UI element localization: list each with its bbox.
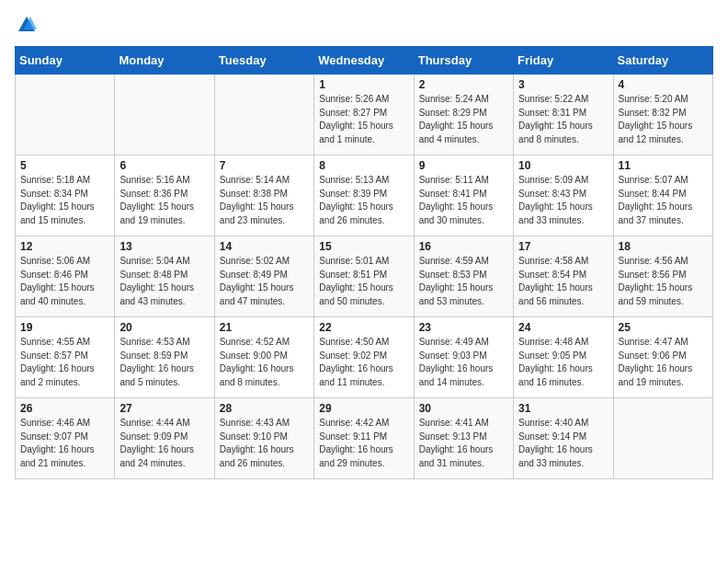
day-number: 30 bbox=[419, 402, 508, 415]
calendar-cell: 15Sunrise: 5:01 AM Sunset: 8:51 PM Dayli… bbox=[314, 236, 414, 317]
day-info: Sunrise: 5:04 AM Sunset: 8:48 PM Dayligh… bbox=[119, 255, 209, 308]
day-number: 25 bbox=[619, 321, 708, 334]
calendar-cell: 30Sunrise: 4:41 AM Sunset: 9:13 PM Dayli… bbox=[414, 398, 513, 479]
week-row-4: 19Sunrise: 4:55 AM Sunset: 8:57 PM Dayli… bbox=[16, 317, 713, 398]
day-number: 17 bbox=[518, 240, 608, 253]
calendar-cell bbox=[16, 75, 115, 155]
day-number: 7 bbox=[220, 159, 309, 172]
day-info: Sunrise: 4:44 AM Sunset: 9:09 PM Dayligh… bbox=[119, 417, 209, 470]
day-info: Sunrise: 5:26 AM Sunset: 8:27 PM Dayligh… bbox=[319, 93, 408, 146]
logo bbox=[15, 15, 37, 35]
calendar-cell: 12Sunrise: 5:06 AM Sunset: 8:46 PM Dayli… bbox=[16, 236, 115, 317]
day-info: Sunrise: 4:46 AM Sunset: 9:07 PM Dayligh… bbox=[20, 417, 109, 470]
week-row-5: 26Sunrise: 4:46 AM Sunset: 9:07 PM Dayli… bbox=[16, 398, 713, 479]
calendar-cell: 13Sunrise: 5:04 AM Sunset: 8:48 PM Dayli… bbox=[115, 236, 214, 317]
calendar-cell: 11Sunrise: 5:07 AM Sunset: 8:44 PM Dayli… bbox=[613, 155, 712, 236]
day-number: 14 bbox=[220, 240, 309, 253]
day-number: 1 bbox=[319, 78, 408, 91]
day-info: Sunrise: 5:24 AM Sunset: 8:29 PM Dayligh… bbox=[419, 93, 508, 146]
calendar-header-row: SundayMondayTuesdayWednesdayThursdayFrid… bbox=[16, 47, 713, 75]
day-number: 29 bbox=[319, 402, 408, 415]
calendar-table: SundayMondayTuesdayWednesdayThursdayFrid… bbox=[15, 46, 713, 479]
calendar-cell: 29Sunrise: 4:42 AM Sunset: 9:11 PM Dayli… bbox=[314, 398, 414, 479]
page-header bbox=[15, 15, 713, 35]
day-info: Sunrise: 5:09 AM Sunset: 8:43 PM Dayligh… bbox=[518, 174, 608, 227]
calendar-cell: 16Sunrise: 4:59 AM Sunset: 8:53 PM Dayli… bbox=[414, 236, 513, 317]
calendar-cell: 19Sunrise: 4:55 AM Sunset: 8:57 PM Dayli… bbox=[16, 317, 115, 398]
day-number: 13 bbox=[119, 240, 209, 253]
day-number: 20 bbox=[119, 321, 209, 334]
week-row-1: 1Sunrise: 5:26 AM Sunset: 8:27 PM Daylig… bbox=[16, 75, 713, 155]
day-info: Sunrise: 4:56 AM Sunset: 8:56 PM Dayligh… bbox=[619, 255, 708, 308]
calendar-cell bbox=[214, 75, 313, 155]
day-info: Sunrise: 5:16 AM Sunset: 8:36 PM Dayligh… bbox=[119, 174, 209, 227]
column-header-thursday: Thursday bbox=[414, 47, 513, 75]
calendar-cell: 1Sunrise: 5:26 AM Sunset: 8:27 PM Daylig… bbox=[314, 75, 414, 155]
column-header-tuesday: Tuesday bbox=[214, 47, 313, 75]
calendar-cell: 3Sunrise: 5:22 AM Sunset: 8:31 PM Daylig… bbox=[514, 75, 613, 155]
day-info: Sunrise: 4:41 AM Sunset: 9:13 PM Dayligh… bbox=[419, 417, 508, 470]
day-number: 12 bbox=[20, 240, 109, 253]
column-header-sunday: Sunday bbox=[16, 47, 115, 75]
day-info: Sunrise: 5:14 AM Sunset: 8:38 PM Dayligh… bbox=[220, 174, 309, 227]
calendar-cell: 8Sunrise: 5:13 AM Sunset: 8:39 PM Daylig… bbox=[314, 155, 414, 236]
day-info: Sunrise: 4:43 AM Sunset: 9:10 PM Dayligh… bbox=[220, 417, 309, 470]
day-info: Sunrise: 4:47 AM Sunset: 9:06 PM Dayligh… bbox=[619, 336, 708, 389]
day-info: Sunrise: 5:06 AM Sunset: 8:46 PM Dayligh… bbox=[20, 255, 109, 308]
calendar-cell: 14Sunrise: 5:02 AM Sunset: 8:49 PM Dayli… bbox=[214, 236, 313, 317]
day-number: 22 bbox=[319, 321, 408, 334]
week-row-3: 12Sunrise: 5:06 AM Sunset: 8:46 PM Dayli… bbox=[16, 236, 713, 317]
day-info: Sunrise: 4:58 AM Sunset: 8:54 PM Dayligh… bbox=[518, 255, 608, 308]
calendar-cell: 25Sunrise: 4:47 AM Sunset: 9:06 PM Dayli… bbox=[613, 317, 712, 398]
day-info: Sunrise: 4:40 AM Sunset: 9:14 PM Dayligh… bbox=[518, 417, 608, 470]
day-number: 10 bbox=[518, 159, 608, 172]
column-header-friday: Friday bbox=[514, 47, 613, 75]
day-info: Sunrise: 5:22 AM Sunset: 8:31 PM Dayligh… bbox=[518, 93, 608, 146]
week-row-2: 5Sunrise: 5:18 AM Sunset: 8:34 PM Daylig… bbox=[16, 155, 713, 236]
calendar-cell: 7Sunrise: 5:14 AM Sunset: 8:38 PM Daylig… bbox=[214, 155, 313, 236]
day-info: Sunrise: 4:52 AM Sunset: 9:00 PM Dayligh… bbox=[220, 336, 309, 389]
calendar-cell bbox=[613, 398, 712, 479]
day-number: 24 bbox=[518, 321, 608, 334]
calendar-cell: 2Sunrise: 5:24 AM Sunset: 8:29 PM Daylig… bbox=[414, 75, 513, 155]
day-number: 5 bbox=[20, 159, 109, 172]
calendar-cell: 4Sunrise: 5:20 AM Sunset: 8:32 PM Daylig… bbox=[613, 75, 712, 155]
calendar-cell: 27Sunrise: 4:44 AM Sunset: 9:09 PM Dayli… bbox=[115, 398, 214, 479]
day-info: Sunrise: 5:20 AM Sunset: 8:32 PM Dayligh… bbox=[619, 93, 708, 146]
day-info: Sunrise: 4:42 AM Sunset: 9:11 PM Dayligh… bbox=[319, 417, 408, 470]
calendar-cell: 20Sunrise: 4:53 AM Sunset: 8:59 PM Dayli… bbox=[115, 317, 214, 398]
day-number: 16 bbox=[419, 240, 508, 253]
column-header-wednesday: Wednesday bbox=[314, 47, 414, 75]
calendar-cell: 5Sunrise: 5:18 AM Sunset: 8:34 PM Daylig… bbox=[16, 155, 115, 236]
calendar-cell: 24Sunrise: 4:48 AM Sunset: 9:05 PM Dayli… bbox=[514, 317, 613, 398]
day-number: 6 bbox=[119, 159, 209, 172]
day-info: Sunrise: 5:11 AM Sunset: 8:41 PM Dayligh… bbox=[419, 174, 508, 227]
calendar-cell bbox=[115, 75, 214, 155]
day-number: 8 bbox=[319, 159, 408, 172]
day-info: Sunrise: 4:50 AM Sunset: 9:02 PM Dayligh… bbox=[319, 336, 408, 389]
day-info: Sunrise: 5:18 AM Sunset: 8:34 PM Dayligh… bbox=[20, 174, 109, 227]
calendar-cell: 17Sunrise: 4:58 AM Sunset: 8:54 PM Dayli… bbox=[514, 236, 613, 317]
calendar-cell: 21Sunrise: 4:52 AM Sunset: 9:00 PM Dayli… bbox=[214, 317, 313, 398]
day-number: 3 bbox=[518, 78, 608, 91]
column-header-saturday: Saturday bbox=[613, 47, 712, 75]
day-info: Sunrise: 4:55 AM Sunset: 8:57 PM Dayligh… bbox=[20, 336, 109, 389]
day-info: Sunrise: 4:53 AM Sunset: 8:59 PM Dayligh… bbox=[119, 336, 209, 389]
day-info: Sunrise: 4:59 AM Sunset: 8:53 PM Dayligh… bbox=[419, 255, 508, 308]
calendar-cell: 26Sunrise: 4:46 AM Sunset: 9:07 PM Dayli… bbox=[16, 398, 115, 479]
day-number: 11 bbox=[619, 159, 708, 172]
day-number: 28 bbox=[220, 402, 309, 415]
calendar-cell: 6Sunrise: 5:16 AM Sunset: 8:36 PM Daylig… bbox=[115, 155, 214, 236]
day-info: Sunrise: 5:01 AM Sunset: 8:51 PM Dayligh… bbox=[319, 255, 408, 308]
day-info: Sunrise: 4:49 AM Sunset: 9:03 PM Dayligh… bbox=[419, 336, 508, 389]
day-number: 19 bbox=[20, 321, 109, 334]
calendar-cell: 9Sunrise: 5:11 AM Sunset: 8:41 PM Daylig… bbox=[414, 155, 513, 236]
day-info: Sunrise: 5:02 AM Sunset: 8:49 PM Dayligh… bbox=[220, 255, 309, 308]
column-header-monday: Monday bbox=[115, 47, 214, 75]
day-number: 21 bbox=[220, 321, 309, 334]
day-number: 27 bbox=[119, 402, 209, 415]
day-number: 2 bbox=[419, 78, 508, 91]
day-number: 18 bbox=[619, 240, 708, 253]
calendar-cell: 31Sunrise: 4:40 AM Sunset: 9:14 PM Dayli… bbox=[514, 398, 613, 479]
calendar-cell: 23Sunrise: 4:49 AM Sunset: 9:03 PM Dayli… bbox=[414, 317, 513, 398]
